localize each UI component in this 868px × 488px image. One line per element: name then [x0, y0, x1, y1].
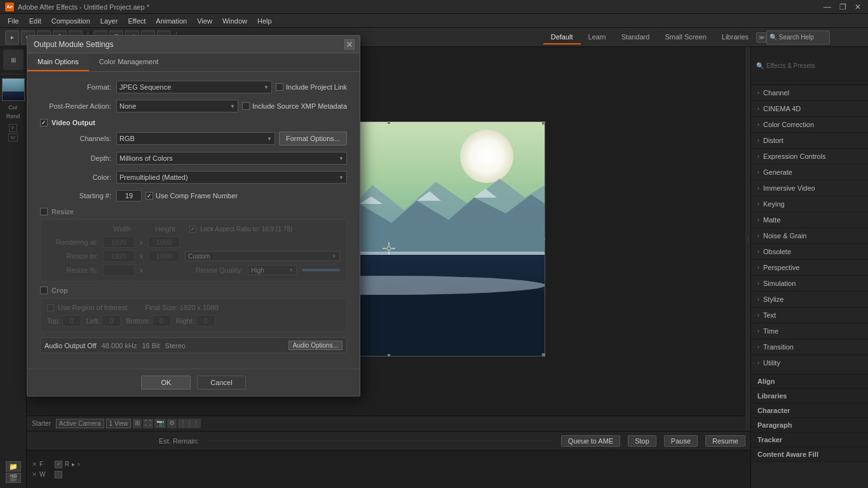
workspace-more-btn[interactable]: ≫	[756, 32, 766, 43]
window-controls[interactable]: — ❐ ✕	[822, 2, 863, 12]
channels-select[interactable]: RGB ▼	[116, 132, 275, 145]
crop-left-input[interactable]	[102, 315, 121, 327]
project-icon[interactable]: ⊞	[3, 50, 24, 70]
effect-perspective[interactable]: › Perspective	[751, 260, 868, 276]
ok-button[interactable]: OK	[141, 376, 191, 390]
quality-select[interactable]: High ▼	[248, 265, 297, 275]
format-select[interactable]: JPEG Sequence ▼	[116, 81, 272, 93]
camera-icon[interactable]: 📷	[154, 419, 166, 428]
effect-color-correction[interactable]: › Color Correction	[751, 117, 868, 133]
section-align[interactable]: Align	[751, 374, 868, 389]
menu-edit[interactable]: Edit	[24, 16, 46, 26]
menu-animation[interactable]: Animation	[151, 16, 192, 26]
checkbox-w[interactable]	[55, 471, 62, 478]
effect-distort[interactable]: › Distort	[751, 133, 868, 149]
settings-icon2[interactable]: ⚙	[167, 419, 177, 428]
grid-icon[interactable]: ⊞	[133, 419, 142, 428]
rendering-w-input[interactable]	[103, 236, 135, 248]
resize-checkbox[interactable]	[40, 208, 48, 215]
more-icon[interactable]: ⋮⋮⋮	[178, 419, 201, 428]
pause-btn[interactable]: Pause	[664, 435, 698, 447]
crop-checkbox[interactable]	[40, 287, 48, 294]
film-icon[interactable]: 🎬	[6, 473, 21, 483]
color-select[interactable]: Premultiplied (Matted) ▼	[116, 171, 347, 184]
resize-pct-input[interactable]	[103, 264, 135, 276]
effect-stylize[interactable]: › Stylize	[751, 292, 868, 308]
minimize-button[interactable]: —	[822, 2, 832, 12]
crop-top-input[interactable]	[62, 315, 81, 327]
crop-right-input[interactable]	[196, 315, 215, 327]
fullscreen-icon[interactable]: ⛶	[143, 419, 153, 428]
section-content-aware[interactable]: Content Aware Fill	[751, 447, 868, 462]
effect-obsolete[interactable]: › Obsolete	[751, 244, 868, 260]
custom-select[interactable]: Custom ▼	[185, 251, 340, 261]
close-button[interactable]: ✕	[853, 2, 863, 12]
format-options-btn[interactable]: Format Options...	[279, 132, 347, 146]
effect-generate[interactable]: › Generate	[751, 165, 868, 180]
dialog-close-button[interactable]: ✕	[344, 39, 355, 50]
search-btn[interactable]: 🔍 Search Help	[766, 30, 830, 44]
timeline-item-f[interactable]: F	[9, 124, 17, 132]
effect-time[interactable]: › Time	[751, 323, 868, 339]
resize-to-h-input[interactable]	[148, 250, 180, 262]
effect-immersive[interactable]: › Immersive Video	[751, 180, 868, 196]
chevron-icon-gen: ›	[757, 169, 759, 175]
queue-to-ame-btn[interactable]: Queue to AME	[561, 435, 621, 447]
menu-effect[interactable]: Effect	[123, 16, 151, 26]
effect-simulation[interactable]: › Simulation	[751, 276, 868, 292]
folder-icon[interactable]: 📁	[6, 461, 21, 471]
section-character[interactable]: Character	[751, 403, 868, 418]
video-output-checkbox[interactable]: ✓	[40, 119, 48, 126]
depth-select[interactable]: Millions of Colors ▼	[116, 152, 347, 165]
tab-learn[interactable]: Learn	[581, 30, 614, 44]
tab-main-options[interactable]: Main Options	[27, 53, 89, 71]
effect-utility[interactable]: › Utility	[751, 355, 868, 371]
crop-title: Crop	[51, 287, 68, 294]
select-tool[interactable]: ▸	[5, 30, 19, 44]
effect-cinema4d[interactable]: › CINEMA 4D	[751, 101, 868, 117]
effect-transition[interactable]: › Transition	[751, 339, 868, 355]
active-camera-btn[interactable]: Active Camera	[56, 419, 104, 428]
crop-bottom-input[interactable]	[152, 315, 171, 327]
menu-help[interactable]: Help	[252, 16, 277, 26]
menu-file[interactable]: File	[3, 16, 24, 26]
menu-composition[interactable]: Composition	[46, 16, 95, 26]
include-project-link-checkbox[interactable]	[276, 83, 283, 91]
section-paragraph[interactable]: Paragraph	[751, 418, 868, 433]
lock-aspect-checkbox[interactable]: ✓	[189, 226, 196, 233]
menu-view[interactable]: View	[192, 16, 217, 26]
effect-expression[interactable]: › Expression Controls	[751, 149, 868, 165]
include-xmp-checkbox[interactable]	[242, 102, 250, 110]
section-tracker[interactable]: Tracker	[751, 433, 868, 447]
tab-libraries[interactable]: Libraries	[714, 30, 756, 44]
maximize-button[interactable]: ❐	[837, 2, 848, 12]
menu-window[interactable]: Window	[217, 16, 252, 26]
tab-default[interactable]: Default	[543, 30, 581, 44]
project-panel: ⊞ Cur Rend F W 📁 🎬	[0, 47, 27, 488]
stop-btn[interactable]: Stop	[628, 435, 656, 447]
rendering-h-input[interactable]	[148, 236, 180, 248]
cancel-button[interactable]: Cancel	[197, 376, 245, 390]
tab-standard[interactable]: Standard	[614, 30, 658, 44]
tab-small-screen[interactable]: Small Screen	[657, 30, 714, 44]
section-libraries[interactable]: Libraries	[751, 389, 868, 403]
use-region-checkbox[interactable]	[47, 304, 54, 311]
view-btn[interactable]: 1 View	[106, 419, 132, 428]
resume-btn[interactable]: Resume	[705, 435, 745, 447]
effect-keying[interactable]: › Keying	[751, 196, 868, 212]
effect-noise[interactable]: › Noise & Grain	[751, 228, 868, 244]
effect-channel[interactable]: › Channel	[751, 85, 868, 101]
use-comp-frame-checkbox[interactable]: ✓	[146, 192, 153, 200]
menu-layer[interactable]: Layer	[95, 16, 123, 26]
audio-options-btn[interactable]: Audio Options...	[288, 341, 342, 350]
effect-matte[interactable]: › Matte	[751, 212, 868, 228]
tab-color-management[interactable]: Color Management	[89, 53, 169, 71]
project-thumb-1[interactable]	[2, 78, 25, 101]
effect-text[interactable]: › Text	[751, 308, 868, 323]
format-row: Format: JPEG Sequence ▼ Include Project …	[40, 81, 347, 93]
checkbox-f[interactable]: ✓	[55, 461, 62, 468]
resize-to-w-input[interactable]	[103, 250, 135, 262]
timeline-item-w[interactable]: W	[8, 133, 18, 142]
post-render-select[interactable]: None ▼	[116, 100, 238, 112]
starting-hash-input[interactable]	[116, 190, 142, 201]
